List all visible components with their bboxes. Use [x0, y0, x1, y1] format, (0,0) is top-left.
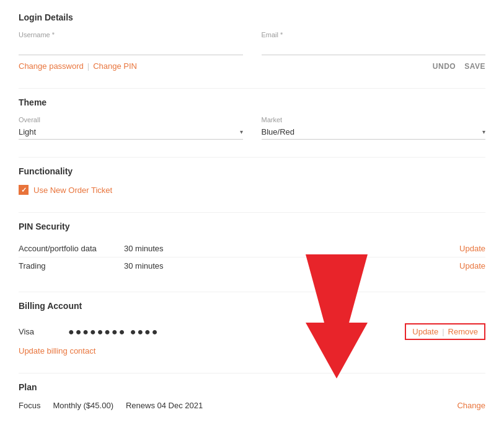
chevron-down-icon-2: ▾ [482, 128, 485, 135]
pin-label-0: Account/portfolio data [19, 244, 124, 253]
market-select-wrap: Market Blue/Red ▾ [262, 116, 486, 140]
market-value: Blue/Red [262, 127, 294, 136]
functionality-section: Functionality ✓ Use New Order Ticket [19, 166, 485, 195]
new-order-ticket-row: ✓ Use New Order Ticket [19, 185, 485, 195]
market-label: Market [262, 116, 486, 123]
login-actions-row: Change password | Change PIN UNDO SAVE [19, 61, 485, 71]
overall-value: Light [19, 127, 36, 136]
plan-section: Plan Focus Monthly ($45.00) Renews 04 De… [19, 382, 485, 410]
login-fields: Username * Email * [19, 31, 485, 55]
email-input[interactable] [262, 40, 486, 55]
change-password-button[interactable]: Change password [19, 61, 84, 71]
pin-label-1: Trading [19, 261, 124, 271]
pin-security-title: PIN Security [19, 221, 485, 231]
plan-frequency: Monthly ($45.00) [53, 401, 113, 410]
pin-row-0: Account/portfolio data 30 minutes Update [19, 240, 485, 257]
pin-update-button-1[interactable]: Update [459, 261, 485, 271]
divider-4 [19, 292, 485, 292]
divider-1 [19, 88, 485, 89]
username-label: Username * [19, 31, 243, 38]
save-button[interactable]: SAVE [464, 62, 485, 71]
chevron-down-icon: ▾ [240, 128, 243, 135]
divider-5 [19, 373, 485, 374]
functionality-title: Functionality [19, 166, 485, 176]
pin-security-section: PIN Security Account/portfolio data 30 m… [19, 221, 485, 274]
email-label: Email * [262, 31, 486, 38]
billing-remove-button[interactable]: Remove [448, 327, 478, 336]
overall-label: Overall [19, 116, 243, 123]
undo-button[interactable]: UNDO [433, 62, 456, 71]
plan-name: Focus [19, 401, 40, 410]
pin-value-0: 30 minutes [124, 244, 459, 253]
plan-row: Focus Monthly ($45.00) Renews 04 Dec 202… [19, 401, 485, 410]
theme-section: Theme Overall Light ▾ Market Blue/Red ▾ [19, 97, 485, 140]
username-input[interactable] [19, 40, 243, 55]
login-details-title: Login Details [19, 12, 485, 22]
username-field: Username * [19, 31, 243, 55]
billing-separator: | [442, 327, 444, 336]
pin-update-button-0[interactable]: Update [459, 244, 485, 253]
billing-card-type: Visa [19, 327, 68, 336]
divider-3 [19, 212, 485, 213]
link-row: Change password | Change PIN [19, 61, 137, 71]
new-order-ticket-label: Use New Order Ticket [33, 186, 112, 195]
save-undo-buttons: UNDO SAVE [433, 62, 485, 71]
billing-card-dots: ●●●●●●●● ●●●● [68, 326, 405, 338]
link-separator: | [87, 61, 89, 71]
billing-update-button[interactable]: Update [412, 327, 438, 336]
email-field: Email * [262, 31, 486, 55]
plan-renew: Renews 04 Dec 2021 [126, 401, 444, 410]
update-billing-contact-button[interactable]: Update billing contact [19, 346, 95, 356]
pin-value-1: 30 minutes [124, 261, 459, 271]
billing-account-title: Billing Account [19, 301, 485, 311]
overall-select[interactable]: Light ▾ [19, 125, 243, 140]
pin-row-1: Trading 30 minutes Update [19, 257, 485, 274]
overall-select-wrap: Overall Light ▾ [19, 116, 243, 140]
checkmark-icon: ✓ [21, 186, 27, 194]
divider-2 [19, 157, 485, 158]
change-pin-button[interactable]: Change PIN [93, 61, 137, 71]
plan-title: Plan [19, 382, 485, 392]
theme-title: Theme [19, 97, 485, 107]
login-details-section: Login Details Username * Email * Change … [19, 12, 485, 71]
market-select[interactable]: Blue/Red ▾ [262, 125, 486, 140]
billing-action-buttons: Update | Remove [405, 323, 485, 340]
theme-row: Overall Light ▾ Market Blue/Red ▾ [19, 116, 485, 140]
new-order-ticket-checkbox[interactable]: ✓ [19, 185, 29, 195]
plan-change-button[interactable]: Change [457, 401, 485, 410]
billing-row: Visa ●●●●●●●● ●●●● Update | Remove [19, 320, 485, 344]
billing-account-section: Billing Account Visa ●●●●●●●● ●●●● Updat… [19, 301, 485, 356]
